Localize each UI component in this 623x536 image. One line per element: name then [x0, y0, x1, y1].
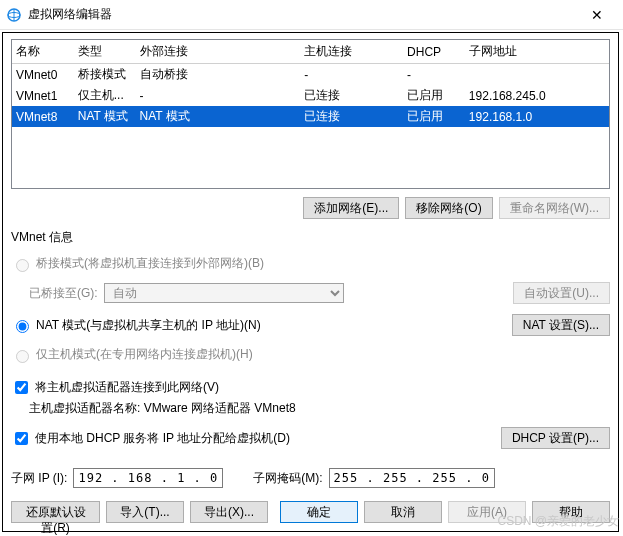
table-cell: 已启用	[403, 106, 465, 127]
column-header[interactable]: 外部连接	[136, 40, 301, 64]
table-cell: 已连接	[300, 106, 403, 127]
grid-buttons: 添加网络(E)... 移除网络(O) 重命名网络(W)...	[11, 197, 610, 219]
column-header[interactable]: 子网地址	[465, 40, 609, 64]
table-cell: 桥接模式	[74, 64, 136, 86]
nat-mode-label: NAT 模式(与虚拟机共享主机的 IP 地址)(N)	[36, 317, 261, 334]
vmnet-info-label: VMnet 信息	[11, 229, 610, 246]
nat-mode-radio[interactable]: NAT 模式(与虚拟机共享主机的 IP 地址)(N)	[11, 317, 261, 334]
import-button[interactable]: 导入(T)...	[106, 501, 184, 523]
cancel-button[interactable]: 取消	[364, 501, 442, 523]
host-adapter-checkbox[interactable]: 将主机虚拟适配器连接到此网络(V)	[11, 378, 219, 397]
subnet-mask-input[interactable]: 255 . 255 . 255 . 0	[329, 468, 495, 488]
table-cell: -	[403, 64, 465, 86]
restore-defaults-button[interactable]: 还原默认设置(R)	[11, 501, 100, 523]
bridge-to-select: 自动	[104, 283, 344, 303]
bridge-mode-radio: 桥接模式(将虚拟机直接连接到外部网络)(B)	[11, 255, 264, 272]
ok-button[interactable]: 确定	[280, 501, 358, 523]
dhcp-label: 使用本地 DHCP 服务将 IP 地址分配给虚拟机(D)	[35, 430, 290, 447]
table-cell	[465, 64, 609, 86]
close-button[interactable]: ✕	[577, 3, 617, 27]
table-cell: 192.168.245.0	[465, 85, 609, 106]
dhcp-settings-button[interactable]: DHCP 设置(P)...	[501, 427, 610, 449]
table-cell: VMnet1	[12, 85, 74, 106]
table-cell: 自动桥接	[136, 64, 301, 86]
dialog-body: 名称类型外部连接主机连接DHCP子网地址 VMnet0桥接模式自动桥接--VMn…	[2, 32, 619, 532]
rename-network-button: 重命名网络(W)...	[499, 197, 610, 219]
column-header[interactable]: 主机连接	[300, 40, 403, 64]
table-cell: 已连接	[300, 85, 403, 106]
export-button[interactable]: 导出(X)...	[190, 501, 268, 523]
host-adapter-label: 将主机虚拟适配器连接到此网络(V)	[35, 379, 219, 396]
table-cell: 已启用	[403, 85, 465, 106]
subnet-ip-label: 子网 IP (I):	[11, 470, 67, 487]
app-icon	[6, 7, 22, 23]
table-cell: NAT 模式	[74, 106, 136, 127]
bridge-mode-label: 桥接模式(将虚拟机直接连接到外部网络)(B)	[36, 255, 264, 272]
table-cell: -	[136, 85, 301, 106]
table-cell: -	[300, 64, 403, 86]
dhcp-checkbox[interactable]: 使用本地 DHCP 服务将 IP 地址分配给虚拟机(D)	[11, 429, 290, 448]
auto-settings-button: 自动设置(U)...	[513, 282, 610, 304]
bridge-to-label: 已桥接至(G):	[29, 285, 98, 302]
help-button[interactable]: 帮助	[532, 501, 610, 523]
titlebar: 虚拟网络编辑器 ✕	[0, 0, 623, 30]
add-network-button[interactable]: 添加网络(E)...	[303, 197, 399, 219]
table-cell: VMnet0	[12, 64, 74, 86]
window-title: 虚拟网络编辑器	[28, 6, 577, 23]
column-header[interactable]: 名称	[12, 40, 74, 64]
remove-network-button[interactable]: 移除网络(O)	[405, 197, 492, 219]
table-row[interactable]: VMnet8NAT 模式NAT 模式已连接已启用192.168.1.0	[12, 106, 609, 127]
table-cell: 192.168.1.0	[465, 106, 609, 127]
table-row[interactable]: VMnet0桥接模式自动桥接--	[12, 64, 609, 86]
subnet-mask-label: 子网掩码(M):	[253, 470, 322, 487]
table-row[interactable]: VMnet1仅主机...-已连接已启用192.168.245.0	[12, 85, 609, 106]
nat-settings-button[interactable]: NAT 设置(S)...	[512, 314, 610, 336]
column-header[interactable]: DHCP	[403, 40, 465, 64]
hostonly-mode-radio: 仅主机模式(在专用网络内连接虚拟机)(H)	[11, 346, 253, 363]
hostonly-mode-label: 仅主机模式(在专用网络内连接虚拟机)(H)	[36, 346, 253, 363]
column-header[interactable]: 类型	[74, 40, 136, 64]
host-adapter-name: 主机虚拟适配器名称: VMware 网络适配器 VMnet8	[29, 400, 296, 417]
table-cell: NAT 模式	[136, 106, 301, 127]
apply-button: 应用(A)	[448, 501, 526, 523]
table-cell: 仅主机...	[74, 85, 136, 106]
footer: 还原默认设置(R) 导入(T)... 导出(X)... 确定 取消 应用(A) …	[11, 493, 610, 523]
table-cell: VMnet8	[12, 106, 74, 127]
network-grid[interactable]: 名称类型外部连接主机连接DHCP子网地址 VMnet0桥接模式自动桥接--VMn…	[11, 39, 610, 189]
subnet-ip-input[interactable]: 192 . 168 . 1 . 0	[73, 468, 223, 488]
